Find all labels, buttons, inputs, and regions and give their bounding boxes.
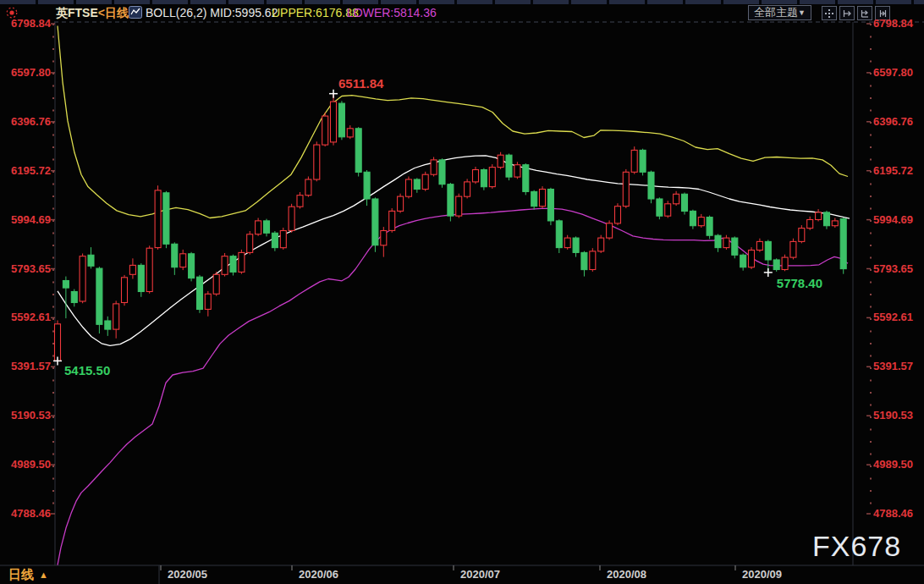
chart-canvas[interactable]: 5415.506511.845778.40: [0, 0, 924, 584]
price-annotation: 5778.40: [777, 276, 822, 290]
price-label-right: 5793.65: [873, 262, 919, 276]
time-label: 2020/05: [168, 568, 207, 581]
time-label: 2020/07: [460, 568, 500, 581]
price-label-right: 4788.46: [873, 507, 919, 521]
price-label-left: 4788.46: [5, 507, 51, 521]
price-label-right: 6195.72: [873, 164, 919, 178]
time-label: 2020/08: [607, 568, 646, 581]
price-label-right: 6396.76: [873, 115, 919, 129]
price-annotation: 5415.50: [64, 363, 110, 377]
triangle-up-icon: ▲: [39, 570, 48, 580]
period-label: 日线: [8, 567, 34, 581]
price-label-left: 5190.53: [5, 409, 51, 422]
time-label: 2020/09: [742, 568, 782, 581]
price-label-left: 5592.61: [5, 311, 51, 324]
price-label-left: 4989.50: [5, 458, 51, 471]
candles-layer: [55, 94, 847, 361]
fx678-watermark: FX678: [812, 530, 901, 563]
time-label: 2020/06: [299, 568, 338, 581]
price-label-right: 5994.69: [873, 213, 919, 227]
price-label-right: 6597.80: [873, 66, 919, 80]
price-label-right: 5391.57: [873, 360, 919, 373]
price-label-left: 5793.65: [5, 262, 51, 276]
price-label-right: 5190.53: [873, 409, 919, 422]
price-label-left: 6597.80: [5, 66, 51, 80]
price-label-right: 4989.50: [873, 458, 919, 471]
period-selector[interactable]: 日线▲: [8, 565, 48, 584]
price-label-right: 5592.61: [873, 311, 919, 324]
price-label-left: 6195.72: [5, 164, 51, 178]
price-label-right: 6798.84: [873, 17, 919, 30]
price-label-left: 6396.76: [5, 115, 51, 129]
price-label-left: 5994.69: [5, 213, 51, 227]
price-annotation: 6511.84: [338, 76, 384, 91]
price-label-left: 5391.57: [5, 360, 51, 373]
chart-app-window: 英FTSE<日线> BOLL(26,2) MID:5995.62 UPPER:6…: [0, 0, 924, 584]
price-label-left: 6798.84: [5, 17, 51, 30]
